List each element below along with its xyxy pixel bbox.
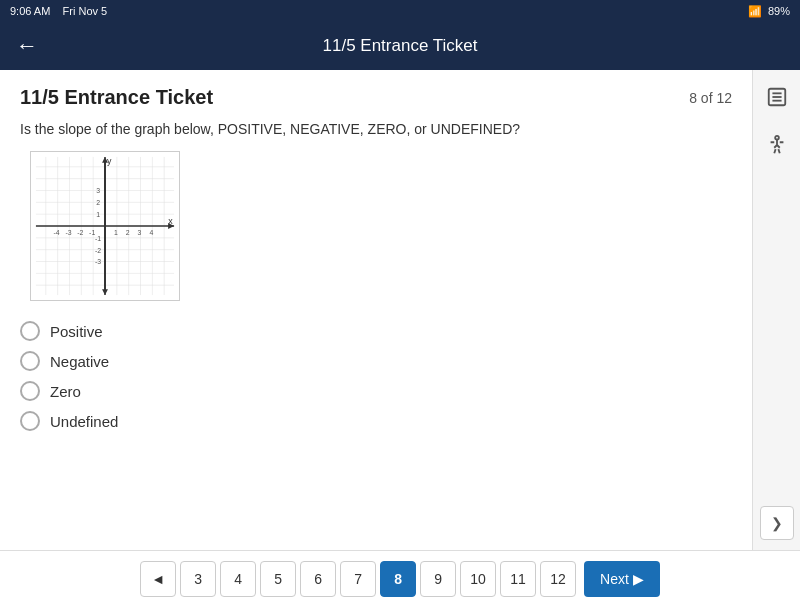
- svg-text:1: 1: [96, 211, 100, 218]
- option-positive-label: Positive: [50, 323, 103, 340]
- option-negative-label: Negative: [50, 353, 109, 370]
- next-button[interactable]: Next ▶: [584, 561, 660, 597]
- status-icons: 📶 89%: [748, 5, 790, 18]
- svg-text:-4: -4: [54, 229, 60, 236]
- svg-text:2: 2: [126, 229, 130, 236]
- collapse-button[interactable]: ❯: [760, 506, 794, 540]
- back-button[interactable]: ←: [16, 33, 38, 59]
- svg-point-46: [775, 136, 779, 140]
- svg-text:1: 1: [114, 229, 118, 236]
- svg-text:3: 3: [138, 229, 142, 236]
- status-bar: 9:06 AM Fri Nov 5 📶 89%: [0, 0, 800, 22]
- radio-zero[interactable]: [20, 381, 40, 401]
- page-12-button[interactable]: 12: [540, 561, 576, 597]
- page-5-button[interactable]: 5: [260, 561, 296, 597]
- content-area: 11/5 Entrance Ticket 8 of 12 Is the slop…: [0, 70, 752, 550]
- radio-positive[interactable]: [20, 321, 40, 341]
- svg-text:2: 2: [96, 199, 100, 206]
- svg-text:3: 3: [96, 187, 100, 194]
- radio-undefined[interactable]: [20, 411, 40, 431]
- svg-text:-3: -3: [65, 229, 71, 236]
- main-container: 11/5 Entrance Ticket 8 of 12 Is the slop…: [0, 70, 800, 550]
- page-9-button[interactable]: 9: [420, 561, 456, 597]
- date-display: Fri Nov 5: [63, 5, 108, 17]
- battery-display: 89%: [768, 5, 790, 17]
- option-zero-label: Zero: [50, 383, 81, 400]
- next-label: Next: [600, 571, 629, 587]
- svg-text:-3: -3: [95, 258, 101, 265]
- answer-choices: Positive Negative Zero Undefined: [20, 321, 732, 431]
- page-7-button[interactable]: 7: [340, 561, 376, 597]
- list-icon[interactable]: [760, 80, 794, 114]
- option-positive[interactable]: Positive: [20, 321, 732, 341]
- svg-text:-2: -2: [77, 229, 83, 236]
- page-11-button[interactable]: 11: [500, 561, 536, 597]
- nav-title: 11/5 Entrance Ticket: [323, 36, 478, 56]
- y-axis-label: y: [107, 156, 112, 166]
- right-sidebar: ❯: [752, 70, 800, 550]
- accessibility-icon[interactable]: [760, 128, 794, 162]
- page-count: 8 of 12: [689, 90, 732, 106]
- page-10-button[interactable]: 10: [460, 561, 496, 597]
- page-header: 11/5 Entrance Ticket 8 of 12: [20, 86, 732, 109]
- coordinate-graph: y x -4 -3 -2 -1 1 2 3 4 3 2 1 -1 -2 -3: [30, 151, 180, 301]
- graph-container: y x -4 -3 -2 -1 1 2 3 4 3 2 1 -1 -2 -3: [30, 151, 180, 301]
- time-display: 9:06 AM: [10, 5, 50, 17]
- prev-page-button[interactable]: ◄: [140, 561, 176, 597]
- option-negative[interactable]: Negative: [20, 351, 732, 371]
- page-6-button[interactable]: 6: [300, 561, 336, 597]
- option-zero[interactable]: Zero: [20, 381, 732, 401]
- svg-text:-2: -2: [95, 247, 101, 254]
- status-time: 9:06 AM Fri Nov 5: [10, 5, 107, 17]
- svg-text:4: 4: [149, 229, 153, 236]
- question-text: Is the slope of the graph below, POSITIV…: [20, 121, 732, 137]
- x-axis-label: x: [168, 216, 173, 226]
- svg-text:-1: -1: [95, 235, 101, 242]
- option-undefined[interactable]: Undefined: [20, 411, 732, 431]
- top-nav: ← 11/5 Entrance Ticket: [0, 22, 800, 70]
- radio-negative[interactable]: [20, 351, 40, 371]
- next-arrow-icon: ▶: [633, 571, 644, 587]
- wifi-icon: 📶: [748, 5, 762, 18]
- pagination-bar: ◄ 3 4 5 6 7 8 9 10 11 12 Next ▶: [0, 550, 800, 600]
- page-3-button[interactable]: 3: [180, 561, 216, 597]
- page-8-button[interactable]: 8: [380, 561, 416, 597]
- option-undefined-label: Undefined: [50, 413, 118, 430]
- page-title: 11/5 Entrance Ticket: [20, 86, 213, 109]
- page-4-button[interactable]: 4: [220, 561, 256, 597]
